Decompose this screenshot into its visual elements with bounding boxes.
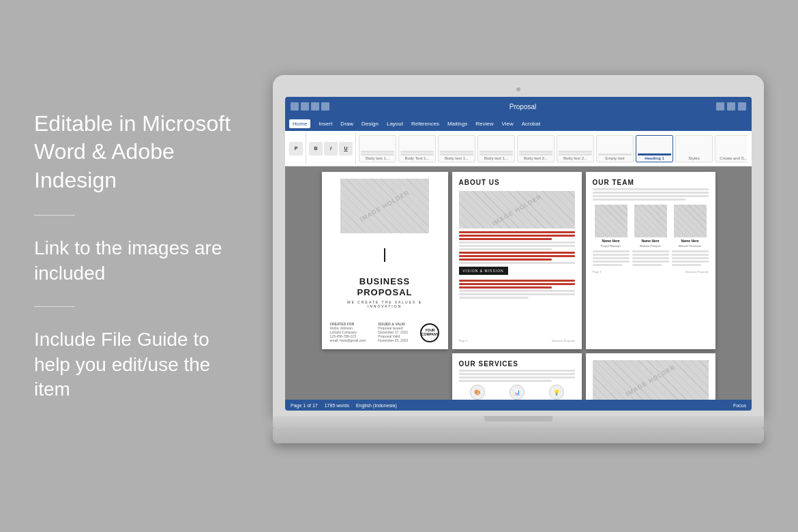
business-icon: 📊 xyxy=(509,385,524,400)
text-line xyxy=(459,241,575,243)
tab-design[interactable]: Design xyxy=(361,121,379,127)
style-body-text-2[interactable]: Body Text 1... xyxy=(398,135,436,162)
tab-home[interactable]: Home xyxy=(289,119,310,128)
member-role-3: Website Developer xyxy=(679,244,702,248)
text-line xyxy=(672,264,701,266)
cover-page: IMAGE HOLDER BUSINESSPROPOSAL WE CREATE … xyxy=(322,172,448,349)
member-name-2: Name Here xyxy=(641,239,659,243)
style-body-text-6[interactable]: Body text 2... xyxy=(557,135,594,162)
bold-button[interactable]: B xyxy=(309,142,323,156)
undo-icon[interactable] xyxy=(301,102,309,110)
word-content-area: IMAGE HOLDER BUSINESSPROPOSAL WE CREATE … xyxy=(285,166,752,400)
laptop-bottom xyxy=(273,428,764,443)
tab-layout[interactable]: Layout xyxy=(387,121,403,127)
about-footer: Page 2 Business Proposal xyxy=(459,339,575,342)
about-text-2 xyxy=(459,280,575,299)
save-icon[interactable] xyxy=(321,102,329,110)
style-body-text-4[interactable]: Body text 1... xyxy=(477,135,515,162)
tab-references[interactable]: References xyxy=(411,121,439,127)
font-group: B I U xyxy=(309,132,356,164)
laptop-base xyxy=(273,416,764,428)
text-line xyxy=(672,261,709,263)
text-line xyxy=(459,252,575,254)
text-line xyxy=(672,254,709,256)
text-line xyxy=(632,264,662,266)
status-focus[interactable]: Focus xyxy=(733,403,746,408)
laptop-camera xyxy=(516,87,520,91)
style-body-text-3[interactable]: Body text 1... xyxy=(438,135,475,162)
right-pages: OUR TEAM Name xyxy=(586,172,715,400)
team-footer: Page 3 Business Proposal xyxy=(593,270,709,274)
services-title: OUR SERVICES xyxy=(459,360,575,368)
text-line xyxy=(459,245,575,247)
service-business: 📊 BusinessStrategy xyxy=(499,385,535,400)
watermark: IMAGE HOLDER xyxy=(359,189,411,223)
text-line xyxy=(459,248,552,250)
italic-button[interactable]: I xyxy=(324,142,338,156)
style-body-text-1[interactable]: Body text 1... xyxy=(359,135,396,162)
text-line xyxy=(672,250,709,252)
minimize-icon[interactable] xyxy=(716,102,724,110)
heading-link: Link to the images are included xyxy=(34,236,232,286)
text-line xyxy=(593,192,709,194)
branding-icon: 🎨 xyxy=(470,385,485,400)
style-styles-pane[interactable]: Styles xyxy=(675,135,713,162)
word-ui: Proposal Home Insert Draw Design La xyxy=(285,97,752,411)
style-create[interactable]: Create and S... xyxy=(715,135,748,162)
tab-mailings[interactable]: Mailings xyxy=(447,121,467,127)
status-word-count: 1785 words xyxy=(325,403,349,408)
case-watermark: IMAGE HOLDER xyxy=(624,364,676,398)
redo-icon[interactable] xyxy=(311,102,319,110)
style-body-text-5[interactable]: Body text 2... xyxy=(517,135,555,162)
tab-view[interactable]: View xyxy=(501,121,513,127)
text-line xyxy=(593,261,630,263)
member-name-1: Name Here xyxy=(602,239,619,243)
text-line xyxy=(632,257,669,259)
left-panel: Editable in Microsoft Word & Adobe Indes… xyxy=(0,69,266,464)
vision-mission-btn[interactable]: VISION & MISSION xyxy=(459,267,508,275)
style-heading-1[interactable]: Heading 1 xyxy=(636,135,673,162)
style-empty[interactable]: Empty text xyxy=(596,135,634,162)
text-line xyxy=(593,257,630,259)
team-member-1: Name Here Project Manager xyxy=(593,205,630,266)
cover-logo: YOURCOMPANY xyxy=(420,323,439,342)
text-line xyxy=(459,290,575,292)
cover-title: BUSINESSPROPOSAL xyxy=(330,276,440,297)
text-line xyxy=(459,297,529,299)
right-panel: Proposal Home Insert Draw Design La xyxy=(266,0,798,532)
tab-insert[interactable]: Insert xyxy=(319,121,332,127)
maximize-icon[interactable] xyxy=(727,102,735,110)
text-line xyxy=(459,370,575,372)
text-line xyxy=(459,283,575,285)
word-toolbar: P B I U Body text 1... xyxy=(285,131,752,166)
laptop-screen: Proposal Home Insert Draw Design La xyxy=(285,97,752,411)
text-line xyxy=(632,250,669,252)
paste-button[interactable]: P xyxy=(289,142,303,156)
text-line xyxy=(459,238,552,240)
underline-button[interactable]: U xyxy=(339,142,353,156)
cover-info: CREATED FOR Andre Johnson LaStyle Compan… xyxy=(330,322,440,342)
word-statusbar: Page 1 of 17 1785 words English (Indones… xyxy=(285,400,752,411)
team-member-3: Name Here Website Developer xyxy=(672,205,709,266)
member-photo-1 xyxy=(595,205,627,237)
text-line xyxy=(593,254,630,256)
laptop-bezel: Proposal Home Insert Draw Design La xyxy=(273,75,764,416)
team-member-2: Name Here Website Designer xyxy=(632,205,669,266)
heading-editable: Editable in Microsoft Word & Adobe Indes… xyxy=(34,110,232,195)
team-page: OUR TEAM Name xyxy=(586,172,715,349)
tab-draw[interactable]: Draw xyxy=(340,121,353,127)
text-line xyxy=(459,258,552,261)
tab-acrobat[interactable]: Acrobat xyxy=(522,121,541,127)
heading-guide: Include File Guide to help you edit/use … xyxy=(34,327,232,402)
member-role-1: Project Manager xyxy=(601,244,621,248)
service-icons: 🎨 BrandingConcept 📊 BusinessStrategy 💡 xyxy=(459,385,575,400)
team-intro-text xyxy=(593,188,709,201)
status-right: Focus xyxy=(733,403,746,408)
text-line xyxy=(459,280,575,282)
identity-icon: 💡 xyxy=(549,385,564,400)
quick-access-icon[interactable] xyxy=(291,102,299,110)
tab-review[interactable]: Review xyxy=(475,121,493,127)
text-line xyxy=(632,254,669,256)
text-line xyxy=(459,293,575,295)
close-icon[interactable] xyxy=(738,102,746,110)
